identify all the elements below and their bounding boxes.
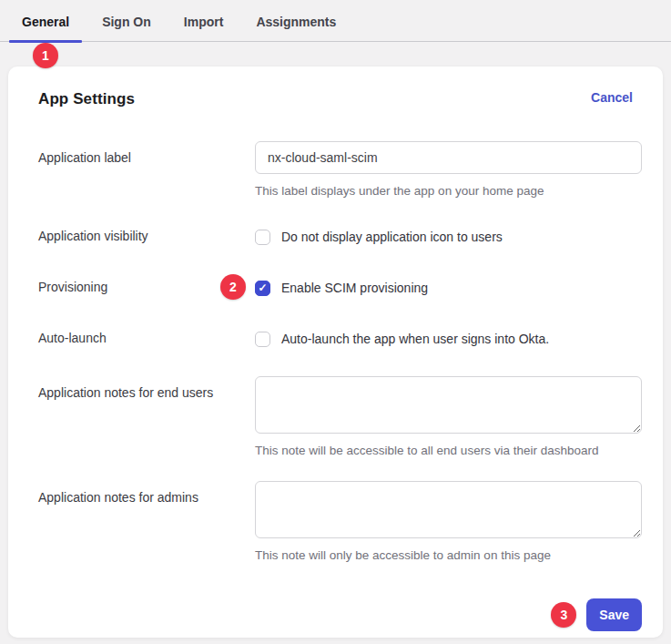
panel-header: App Settings Cancel [30, 90, 642, 108]
application-label-input[interactable] [255, 141, 642, 174]
tab-general[interactable]: General [9, 3, 82, 41]
application-label-row: Application label This label displays un… [30, 141, 642, 198]
app-tab-bar: General Sign On Import Assignments [0, 0, 671, 42]
tab-sign-on[interactable]: Sign On [89, 3, 164, 41]
save-button[interactable]: Save [586, 598, 642, 631]
notes-end-users-label: Application notes for end users [38, 376, 255, 400]
notes-end-users-helper: This note will be accessible to all end … [255, 444, 642, 457]
auto-launch-checkbox-label[interactable]: Auto-launch the app when user signs into… [281, 332, 549, 346]
step-3-badge: 3 [551, 602, 576, 628]
panel-title: App Settings [30, 90, 135, 108]
notes-end-users-row: Application notes for end users This not… [30, 376, 642, 457]
step-2-badge: 2 [220, 274, 246, 300]
provisioning-row: Provisioning 2 Enable SCIM provisioning [30, 279, 642, 297]
enable-scim-provisioning-checkbox-label[interactable]: Enable SCIM provisioning [281, 281, 428, 295]
application-visibility-row: Application visibility Do not display ap… [30, 228, 642, 246]
application-visibility-label: Application visibility [38, 228, 255, 243]
enable-scim-provisioning-checkbox[interactable] [255, 281, 270, 296]
notes-end-users-textarea[interactable] [255, 376, 642, 434]
application-label-helper: This label displays under the app on you… [255, 184, 642, 198]
app-settings-panel: App Settings Cancel Application label Th… [8, 66, 663, 638]
application-label-label: Application label [38, 141, 255, 165]
notes-admins-helper: This note will only be accessible to adm… [255, 548, 642, 562]
auto-launch-label: Auto-launch [38, 330, 255, 345]
auto-launch-checkbox[interactable] [255, 332, 270, 347]
step-1-badge: 1 [33, 43, 58, 68]
notes-admins-label: Application notes for admins [38, 481, 255, 505]
application-visibility-checkbox-label[interactable]: Do not display application icon to users [281, 230, 503, 244]
tab-assignments[interactable]: Assignments [243, 3, 349, 41]
cancel-button[interactable]: Cancel [591, 90, 642, 105]
panel-footer: 3 Save [30, 587, 642, 631]
tab-import[interactable]: Import [171, 3, 237, 41]
auto-launch-row: Auto-launch Auto-launch the app when use… [30, 330, 642, 348]
notes-admins-row: Application notes for admins This note w… [30, 481, 642, 562]
application-visibility-checkbox[interactable] [255, 230, 270, 245]
notes-admins-textarea[interactable] [255, 481, 642, 538]
